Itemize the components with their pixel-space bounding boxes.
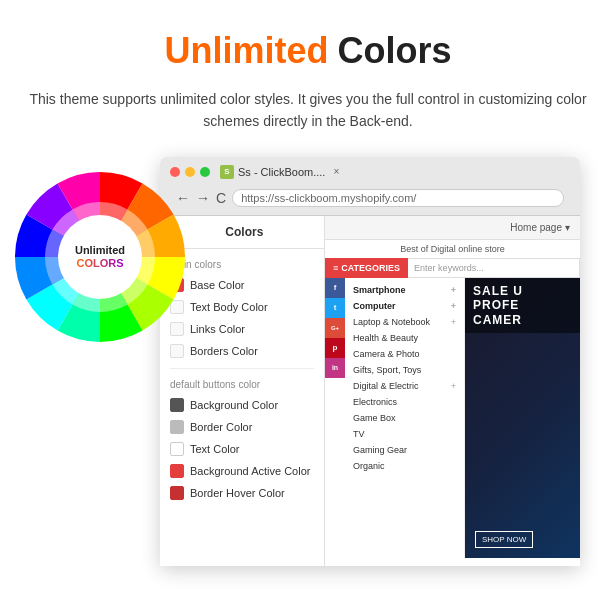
store-nav-row: ≡ CATEGORIES Enter keywords... xyxy=(325,258,580,278)
text-color-row[interactable]: Text Color xyxy=(170,442,314,456)
browser-chrome: S Ss - ClickBoom.... × ← → C https://ss-… xyxy=(160,157,580,216)
browser-title-bar: S Ss - ClickBoom.... × xyxy=(220,165,570,179)
wheel-unlimited-text: Unlimited xyxy=(75,244,125,257)
border-color-swatch xyxy=(170,420,184,434)
cat-computer[interactable]: Computer + xyxy=(345,298,464,314)
borders-color-row[interactable]: Borders Color xyxy=(170,344,314,358)
page-wrapper: Unlimited Colors This theme supports unl… xyxy=(0,0,616,586)
store-search-bar[interactable]: Enter keywords... xyxy=(408,258,580,278)
cat-camera[interactable]: Camera & Photo xyxy=(345,346,464,362)
cat-smartphone[interactable]: Smartphone + xyxy=(345,282,464,298)
refresh-icon[interactable]: C xyxy=(216,190,226,206)
cat-label: Laptop & Notebook xyxy=(353,317,430,327)
borders-color-label: Borders Color xyxy=(190,345,258,357)
title-unlimited: Unlimited xyxy=(165,30,329,71)
browser-content: ‹ Colors main colors Base Color Text Bod… xyxy=(160,216,580,566)
browser-tab-close[interactable]: × xyxy=(333,166,339,177)
cat-health[interactable]: Health & Beauty xyxy=(345,330,464,346)
store-topbar: Home page ▾ xyxy=(325,216,580,240)
cat-label: Game Box xyxy=(353,413,396,423)
dropdown-arrow-icon: ▾ xyxy=(565,222,570,233)
title-section: Unlimited Colors xyxy=(20,30,596,72)
categories-button[interactable]: ≡ CATEGORIES xyxy=(325,258,408,278)
cat-plus-icon: + xyxy=(451,301,456,311)
bg-active-color-label: Background Active Color xyxy=(190,465,310,477)
border-hover-color-row[interactable]: Border Hover Color xyxy=(170,486,314,500)
cat-plus-icon: + xyxy=(451,381,456,391)
categories-label: CATEGORIES xyxy=(341,263,400,273)
tl-green[interactable] xyxy=(200,167,210,177)
base-color-label: Base Color xyxy=(190,279,244,291)
border-color-label: Border Color xyxy=(190,421,252,433)
cat-organic[interactable]: Organic xyxy=(345,458,464,474)
sale-line3: CAMER xyxy=(473,313,572,327)
base-color-row[interactable]: Base Color xyxy=(170,278,314,292)
social-sidebar: f t G+ p in xyxy=(325,278,345,558)
text-body-color-row[interactable]: Text Body Color xyxy=(170,300,314,314)
section-divider xyxy=(170,368,314,369)
title-colors: Colors xyxy=(337,30,451,71)
instagram-btn[interactable]: in xyxy=(325,358,345,378)
forward-arrow[interactable]: → xyxy=(196,190,210,206)
cat-label: Digital & Electric xyxy=(353,381,419,391)
cat-tv[interactable]: TV xyxy=(345,426,464,442)
browser-mockup: S Ss - ClickBoom.... × ← → C https://ss-… xyxy=(160,157,580,566)
cat-label: Organic xyxy=(353,461,385,471)
color-wheel-container: Unlimited COLORS xyxy=(10,167,190,347)
colors-panel-title: Colors xyxy=(225,225,263,239)
links-color-row[interactable]: Links Color xyxy=(170,322,314,336)
browser-nav-bar: ← → C https://ss-clickboom.myshopify.com… xyxy=(170,185,570,215)
store-main: f t G+ p in Smartphone + xyxy=(325,278,580,558)
cat-plus-icon: + xyxy=(451,285,456,295)
shopify-icon: S xyxy=(220,165,234,179)
sale-line2: PROFE xyxy=(473,298,572,312)
facebook-btn[interactable]: f xyxy=(325,278,345,298)
main-content: Unlimited COLORS S Ss - ClickBoom.... xyxy=(20,157,596,566)
bg-color-swatch xyxy=(170,398,184,412)
store-preview: Home page ▾ Best of Digital online store… xyxy=(325,216,580,566)
browser-top-bar: S Ss - ClickBoom.... × xyxy=(170,165,570,179)
border-hover-color-label: Border Hover Color xyxy=(190,487,285,499)
bg-active-color-row[interactable]: Background Active Color xyxy=(170,464,314,478)
cat-laptop[interactable]: Laptop & Notebook + xyxy=(345,314,464,330)
shop-now-button[interactable]: SHOP NOW xyxy=(475,531,533,548)
address-bar[interactable]: https://ss-clickboom.myshopify.com/ xyxy=(232,189,564,207)
address-text: https://ss-clickboom.myshopify.com/ xyxy=(241,192,416,204)
border-color-row[interactable]: Border Color xyxy=(170,420,314,434)
wheel-colors-text: COLORS xyxy=(76,257,123,270)
google-plus-btn[interactable]: G+ xyxy=(325,318,345,338)
cat-electronics[interactable]: Electronics xyxy=(345,394,464,410)
text-body-color-label: Text Body Color xyxy=(190,301,268,313)
home-page-selector[interactable]: Home page ▾ xyxy=(510,222,570,233)
store-banner: SALE U PROFE CAMER SHOP NOW xyxy=(465,278,580,558)
cat-plus-icon: + xyxy=(451,317,456,327)
categories-list: Smartphone + Computer + Laptop & Noteboo… xyxy=(345,278,465,558)
bg-color-row[interactable]: Background Color xyxy=(170,398,314,412)
pinterest-btn[interactable]: p xyxy=(325,338,345,358)
text-color-label: Text Color xyxy=(190,443,240,455)
cat-label: Camera & Photo xyxy=(353,349,420,359)
cat-label: Computer xyxy=(353,301,396,311)
main-colors-label: main colors xyxy=(170,259,314,270)
best-of-digital-text: Best of Digital online store xyxy=(325,240,580,258)
links-color-label: Links Color xyxy=(190,323,245,335)
cat-gaming[interactable]: Gaming Gear xyxy=(345,442,464,458)
color-wheel-center: Unlimited COLORS xyxy=(60,217,140,297)
browser-tab-text: Ss - ClickBoom.... xyxy=(238,166,325,178)
cat-gamebox[interactable]: Game Box xyxy=(345,410,464,426)
sale-badge: SALE U PROFE CAMER xyxy=(465,278,580,333)
home-page-label: Home page xyxy=(510,222,562,233)
cat-label: Electronics xyxy=(353,397,397,407)
default-buttons-label: default buttons color xyxy=(170,379,314,390)
page-title: Unlimited Colors xyxy=(20,30,596,72)
cat-label: Gaming Gear xyxy=(353,445,407,455)
cat-label: Gifts, Sport, Toys xyxy=(353,365,421,375)
twitter-btn[interactable]: t xyxy=(325,298,345,318)
cat-digital[interactable]: Digital & Electric + xyxy=(345,378,464,394)
cat-gifts[interactable]: Gifts, Sport, Toys xyxy=(345,362,464,378)
menu-icon: ≡ xyxy=(333,263,338,273)
subtitle: This theme supports unlimited color styl… xyxy=(28,88,588,133)
cat-label: TV xyxy=(353,429,365,439)
sale-line1: SALE U xyxy=(473,284,572,298)
cat-label: Health & Beauty xyxy=(353,333,418,343)
